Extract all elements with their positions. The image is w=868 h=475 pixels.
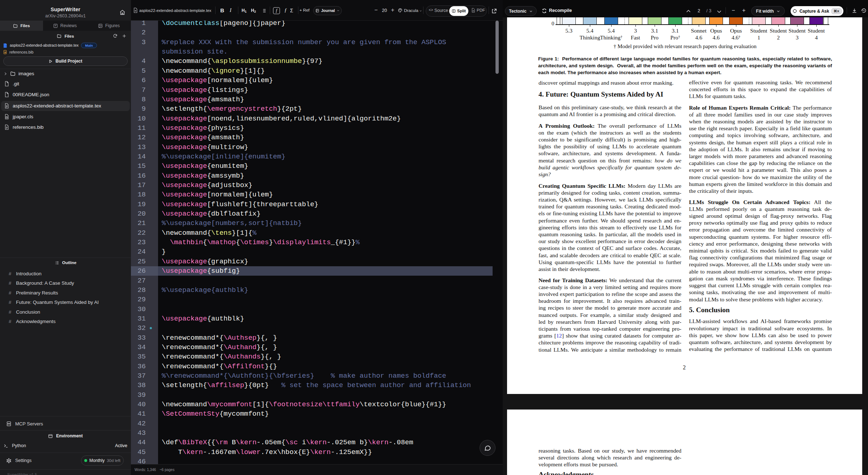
svg-text:B: B bbox=[4, 51, 6, 54]
